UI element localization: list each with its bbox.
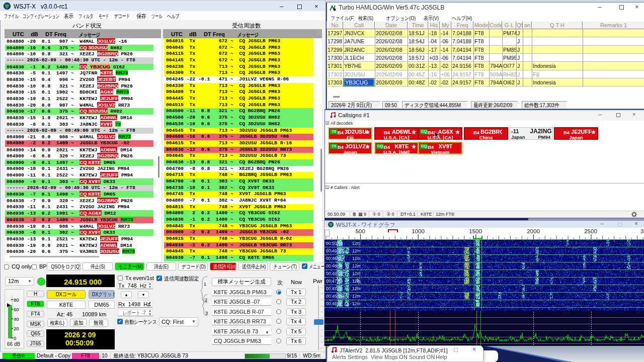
svg-text:500: 500 bbox=[355, 228, 365, 234]
svg-text:2000: 2000 bbox=[527, 228, 540, 234]
svg-text:1500: 1500 bbox=[469, 228, 482, 234]
svg-text:3: 3 bbox=[205, 311, 208, 316]
svg-text:30: 30 bbox=[640, 228, 644, 234]
svg-text:2500: 2500 bbox=[584, 228, 597, 234]
svg-text:1000: 1000 bbox=[412, 228, 425, 234]
svg-text:2: 2 bbox=[205, 298, 207, 303]
svg-text:1: 1 bbox=[204, 282, 206, 287]
